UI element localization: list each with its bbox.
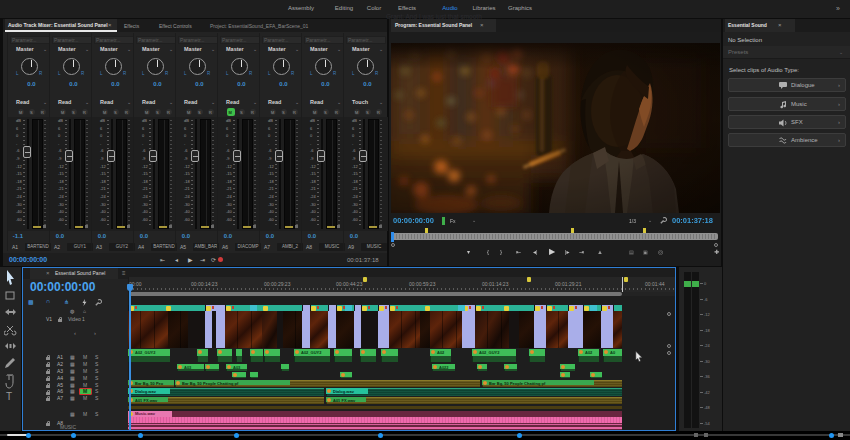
svg-text:T: T	[6, 391, 12, 400]
